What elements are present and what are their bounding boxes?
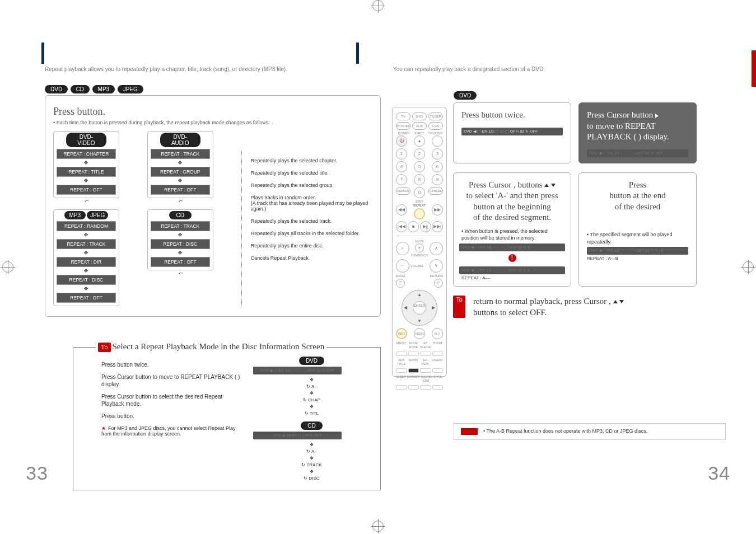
step-2-status: DVD ◀ ⬚ EN 1/3 ⬚ ⬚ ⬚ OFF/ 02 ↻ OFF [587,149,688,157]
state-repeat-disc: REPEAT : DISC [57,275,116,285]
remote-audio-button: AUDIO [414,328,425,339]
to-badge-return: To [453,296,465,318]
down-arrow-icon: ❖ [149,161,212,165]
remote-num-5: 5 [414,161,425,172]
state-repeat-title: REPEAT : TITLE [57,167,116,177]
remote-info-button: INFO [396,328,407,339]
down-arrow-icon: ❖ [55,233,118,237]
dvd-repeat-stack: ❖ ↻ A - ❖ ↻ CHAP ❖ ↻ TITL [253,377,370,417]
step-3-box: Press Cursor , buttons to select 'A-' an… [453,172,571,287]
return-text: return to normal playback, press Cursor … [473,296,697,318]
down-arrow-icon: ❖ [149,251,212,255]
mp3-jpeg-column: MP3 JPEG REPEAT : RANDOM ❖ REPEAT : TRAC… [53,209,119,306]
remote-vol-down-button: − [396,259,409,273]
remote-prev-button: |◀◀ [396,221,407,232]
exclamation-icon: ! [508,254,516,262]
remote-tv-button: TV [396,113,410,120]
remote-tuner-button: TUNER [428,113,443,120]
sub-step-1: Press button twice. [101,361,242,369]
right-panel: Press button twice. DVD ◀ ⬚ EN 1/3 ⬚ ⬚ ⬚… [453,102,697,318]
remote-num-0: 0 [414,187,425,198]
remote-control-illustration: TV DVD TUNER M.VIDEO AUX LGS POWER⏻ EJEC… [392,107,447,377]
remote-num-6: 6 [432,161,443,172]
loop-arrow-icon: ⤺ [85,198,89,204]
remote-mvideo-button: M.VIDEO [396,122,410,130]
dvd-video-label: DVD- VIDEO [66,133,106,147]
remote-forward-button: ▶▶ [432,204,443,216]
remote-repeat-button [414,208,425,219]
page-number-right: 34 [708,462,730,484]
repeat-tag-ab: REPEAT : A—B [587,256,688,261]
sub-step-4: Press button. [101,413,242,420]
badge-cd: CD [71,85,90,93]
note-text: • The A-B Repeat function does not opera… [483,428,647,434]
note-box: • The A-B Repeat function does not opera… [454,423,726,440]
remote-menu-button: ☰ [396,279,405,288]
step-3-status-1: DVD ◀ ⬚ EN 1/3 ⬚ ⬚ ⬚ OFF/ 02 ↻ A - [459,243,565,251]
down-arrow-icon: ❖ [55,179,118,183]
subbox-title: ToSelect a Repeat Playback Mode in the D… [96,342,326,352]
step-4-head: Press button at the end of the desired [587,180,688,213]
step-4-box: Press button at the end of the desired •… [578,172,697,287]
triangle-down-icon [619,300,624,303]
down-arrow-icon: ❖ [55,269,118,273]
remote-tuning-label: TUNING/CH [409,254,430,257]
desc-random: Plays tracks in random order. (A track t… [251,195,372,212]
desc-disc: Repeatedly plays the entire disc. [251,243,372,249]
remote-repeat-label: REPEAT [413,204,426,208]
state-repeat-off: REPEAT : OFF [57,185,116,195]
sub-note: ★For MP3 and JPEG discs, you cannot sele… [101,425,242,437]
remote-ch-down-button: ∨ [430,259,443,273]
loop-arrow-icon: ⤺ [179,198,183,204]
remote-num-3: 3 [432,148,443,160]
remote-num-9: 9 [432,174,443,185]
state-repeat-disc-cd: REPEAT : DISC [151,239,210,249]
remote-return-button: ↶ [434,279,443,288]
remote-eject-button: ▲ [414,135,425,147]
down-arrow-icon: ❖ [55,287,118,291]
down-arrow-icon: ❖ [55,161,118,165]
intro-text-left: Repeat playback allows you to repeatedly… [45,66,287,72]
remote-volume-label: VOLUME [410,264,430,268]
down-arrow-icon: ❖ [149,179,212,183]
badge-jpeg: JPEG [118,85,143,93]
page-title-bar-right [356,43,359,64]
state-repeat-group: REPEAT : GROUP [151,167,210,177]
state-repeat-track-audio: REPEAT : TRACK [151,149,210,159]
status-strip-dvd: DVD ◀ ⬚ EN 1/3 ⬚ ⬚ ⬚ OFF/ 02 ↻ OFF [253,367,342,374]
triangle-right-icon [655,114,659,118]
step-4-status: DVD ◀ ⬚ EN 1/3 ⬚ ⬚ ⬚ OFF/ 02 ↻ A - B [587,247,688,255]
remote-num-4: 4 [396,161,407,172]
registration-mark-bottom [372,521,384,532]
dvd-audio-label: DVD- AUDIO [160,133,200,147]
step-3-note: • When button is pressed, the selected p… [461,228,563,242]
state-repeat-chapter: REPEAT : CHAPTER [57,149,116,159]
badge-mp3: MP3 [92,85,115,93]
remote-rewind-button: ◀◀ [396,204,407,216]
intro-text-right: You can repeatedly play back a designate… [393,66,545,72]
step-3-head: Press Cursor , buttons to select 'A-' an… [461,180,563,223]
desc-title: Repeatedly plays the selected title. [251,170,372,176]
cd-column: CD REPEAT : TRACK ❖ REPEAT : DISC ❖ REPE… [147,209,213,270]
remote-remain-button: REMAIN [396,187,410,195]
page-tab-indicator [752,50,756,87]
remote-ch-up-button: ∧ [430,242,443,255]
description-list: Repeatedly plays the selected chapter. R… [241,151,372,306]
step-1-status: DVD ◀ ⬚ EN 1/3 ⬚ ⬚ ⬚ OFF/ 02 ↻ OFF [461,128,563,135]
remote-next-button: ▶▶| [432,221,443,232]
remote-num-2: 2 [414,148,425,160]
remote-num-7: 7 [396,174,407,185]
remote-tvvideo-button [432,135,443,147]
remote-tvvideo-label: TV/VIDEO [427,132,443,135]
remote-mute-button: ✕ [415,243,424,252]
desc-cancel: Cancels Repeat Playback. [251,255,372,261]
triangle-down-icon [551,184,556,187]
jpeg-label: JPEG [87,211,108,219]
sub-cd-label: CD [301,421,322,430]
to-badge: To [98,343,111,352]
remote-cancel-button: CANCEL [428,187,443,195]
status-strip-cd: VCD ◉ 00:00 ⬚ L/R ↻ OFF [253,432,342,439]
page-number-left: 33 [26,462,48,484]
remote-play-button: ▶|| [420,221,431,232]
remote-vol-up-button: + [396,242,409,255]
